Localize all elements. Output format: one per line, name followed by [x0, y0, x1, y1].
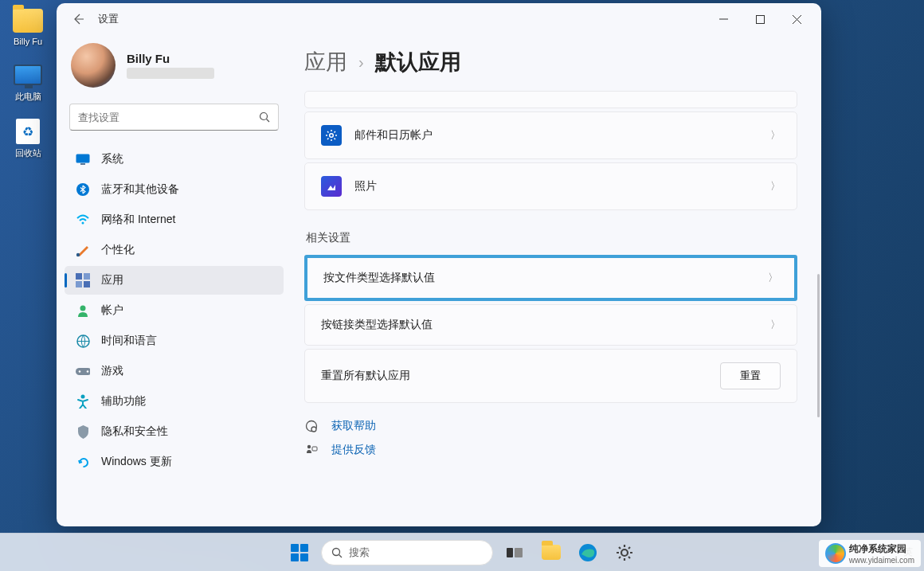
- taskview-icon: [507, 546, 523, 559]
- taskbar-explorer[interactable]: [536, 538, 566, 568]
- back-button[interactable]: [63, 4, 93, 34]
- profile-email-redacted: [127, 68, 214, 79]
- svg-line-5: [267, 119, 270, 123]
- avatar: [71, 43, 116, 88]
- maximize-button[interactable]: [742, 6, 778, 32]
- sidebar: Billy Fu 系统 蓝牙和其他设备 网络和 Internet 个性化 应用 …: [57, 35, 292, 526]
- card-mail[interactable]: 邮件和日历帐户 〉: [304, 111, 797, 159]
- recycle-icon: [16, 119, 40, 144]
- taskbar-search-placeholder: 搜索: [349, 546, 370, 560]
- svg-rect-1: [756, 15, 764, 23]
- taskbar-edge[interactable]: [573, 538, 603, 568]
- desktop-folder-billyfu[interactable]: Billy Fu: [1, 6, 55, 46]
- help-icon: [304, 419, 319, 433]
- desktop-this-pc[interactable]: 此电脑: [1, 61, 55, 103]
- chevron-right-icon: 〉: [770, 128, 781, 143]
- arrow-left-icon: [72, 13, 84, 25]
- monitor-icon: [14, 65, 42, 85]
- minimize-button[interactable]: [705, 6, 742, 32]
- taskbar-search[interactable]: 搜索: [321, 540, 493, 565]
- start-button[interactable]: [284, 538, 315, 568]
- person-icon: [76, 303, 90, 318]
- sidebar-item-gaming[interactable]: 游戏: [65, 357, 284, 385]
- apps-icon: [76, 273, 90, 287]
- settings-window: 设置 Billy Fu 系统 蓝牙和其他设备 网络和: [57, 3, 821, 526]
- svg-rect-25: [312, 447, 317, 451]
- chevron-right-icon: 〉: [768, 271, 778, 285]
- sidebar-item-update[interactable]: Windows 更新: [65, 448, 284, 476]
- gamepad-icon: [76, 364, 90, 378]
- footer-link-label: 提供反馈: [331, 443, 376, 457]
- svg-rect-7: [80, 163, 85, 165]
- card-by-file-type[interactable]: 按文件类型选择默认值 〉: [307, 258, 794, 298]
- svg-rect-13: [76, 281, 82, 287]
- card-photos[interactable]: 照片 〉: [304, 162, 797, 210]
- nav-label: 游戏: [101, 364, 123, 378]
- profile[interactable]: Billy Fu: [65, 35, 284, 100]
- chevron-right-icon: 〉: [770, 179, 781, 194]
- sidebar-item-accessibility[interactable]: 辅助功能: [65, 387, 284, 416]
- sidebar-item-personalization[interactable]: 个性化: [65, 236, 284, 264]
- gear-icon: [615, 543, 634, 562]
- sidebar-item-accounts[interactable]: 帐户: [65, 296, 284, 325]
- nav-label: 时间和语言: [101, 334, 157, 348]
- section-label: 相关设置: [306, 231, 796, 245]
- titlebar: 设置: [57, 3, 821, 35]
- maximize-icon: [756, 15, 765, 24]
- breadcrumb-parent[interactable]: 应用: [304, 48, 347, 76]
- search-input[interactable]: [70, 111, 251, 123]
- svg-point-26: [333, 548, 340, 555]
- nav-label: 个性化: [101, 243, 135, 257]
- brush-icon: [76, 243, 90, 257]
- svg-point-31: [621, 549, 628, 556]
- window-controls: [705, 6, 815, 32]
- nav: 系统 蓝牙和其他设备 网络和 Internet 个性化 应用 帐户 时间和语言 …: [65, 145, 284, 476]
- nav-label: 蓝牙和其他设备: [101, 182, 179, 197]
- sidebar-item-privacy[interactable]: 隐私和安全性: [65, 417, 284, 446]
- chevron-right-icon: ›: [358, 53, 364, 72]
- close-button[interactable]: [778, 6, 815, 32]
- svg-point-21: [330, 134, 334, 138]
- reset-button[interactable]: 重置: [720, 362, 781, 389]
- empty-card: [304, 91, 797, 108]
- footer-link-label: 获取帮助: [331, 419, 376, 433]
- scrollbar-thumb[interactable]: [817, 274, 820, 417]
- folder-icon: [542, 545, 561, 560]
- card-label: 邮件和日历帐户: [354, 128, 758, 143]
- sidebar-item-system[interactable]: 系统: [65, 145, 284, 174]
- sidebar-item-bluetooth[interactable]: 蓝牙和其他设备: [65, 175, 284, 204]
- footer-links: 获取帮助 提供反馈: [304, 419, 797, 457]
- desktop-icon-label: Billy Fu: [14, 37, 42, 46]
- sidebar-item-network[interactable]: 网络和 Internet: [65, 205, 284, 234]
- card-reset-defaults: 重置所有默认应用 重置: [304, 349, 797, 403]
- sidebar-item-time[interactable]: 时间和语言: [65, 327, 284, 355]
- bluetooth-icon: [76, 182, 90, 197]
- minimize-icon: [719, 15, 728, 24]
- svg-point-9: [82, 222, 84, 225]
- search-icon: [331, 547, 343, 558]
- page-title: 默认应用: [375, 48, 461, 76]
- card-label: 照片: [354, 179, 758, 194]
- card-label: 按链接类型选择默认值: [321, 318, 758, 332]
- system-icon: [76, 152, 90, 166]
- card-label: 按文件类型选择默认值: [323, 271, 755, 285]
- svg-line-27: [339, 554, 343, 557]
- wifi-icon: [76, 213, 90, 227]
- globe-clock-icon: [76, 334, 90, 348]
- task-view-button[interactable]: [499, 538, 530, 568]
- desktop-recycle-bin[interactable]: 回收站: [1, 117, 55, 159]
- link-feedback[interactable]: 提供反馈: [304, 443, 797, 457]
- desktop-icon-label: 此电脑: [15, 91, 41, 103]
- search-box[interactable]: [69, 104, 279, 131]
- taskbar-settings[interactable]: [609, 538, 640, 568]
- highlight-box: 按文件类型选择默认值 〉: [304, 255, 797, 301]
- sidebar-item-apps[interactable]: 应用: [65, 266, 284, 295]
- search-icon[interactable]: [251, 111, 278, 123]
- svg-point-18: [79, 370, 81, 373]
- close-icon: [793, 15, 801, 24]
- link-get-help[interactable]: 获取帮助: [304, 419, 797, 433]
- nav-label: 隐私和安全性: [101, 424, 168, 439]
- card-label: 重置所有默认应用: [321, 369, 707, 383]
- card-by-link-type[interactable]: 按链接类型选择默认值 〉: [304, 304, 797, 346]
- profile-name: Billy Fu: [127, 52, 214, 65]
